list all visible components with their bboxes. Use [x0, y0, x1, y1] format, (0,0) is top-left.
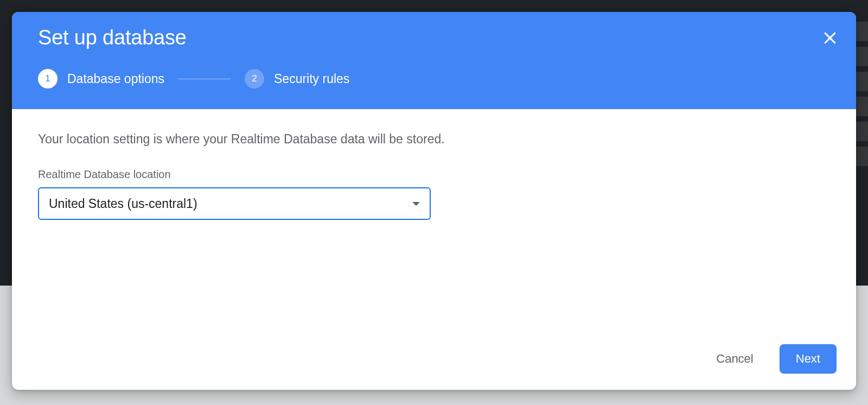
dialog-body: Your location setting is where your Real… — [12, 109, 856, 332]
stepper: 1 Database options 2 Security rules — [38, 69, 830, 88]
step-number-badge: 2 — [245, 69, 264, 88]
step-security-rules[interactable]: 2 Security rules — [245, 69, 349, 88]
dialog-header: Set up database 1 Database options 2 Sec… — [12, 12, 856, 109]
step-label: Security rules — [274, 72, 349, 86]
cancel-button[interactable]: Cancel — [705, 345, 764, 372]
step-number-badge: 1 — [38, 69, 58, 88]
next-button[interactable]: Next — [780, 344, 837, 374]
setup-database-dialog: Set up database 1 Database options 2 Sec… — [12, 12, 856, 390]
dialog-title: Set up database — [38, 26, 830, 49]
close-icon — [822, 30, 838, 46]
close-button[interactable] — [819, 27, 841, 49]
step-database-options[interactable]: 1 Database options — [38, 69, 164, 88]
step-label: Database options — [67, 72, 164, 86]
step-connector — [178, 79, 231, 79]
location-select[interactable]: United States (us-central1) — [38, 187, 431, 220]
dropdown-caret-icon — [412, 202, 420, 206]
intro-text: Your location setting is where your Real… — [38, 132, 830, 147]
location-select-value: United States (us-central1) — [49, 197, 197, 211]
location-field-label: Realtime Database location — [38, 168, 830, 181]
dialog-footer: Cancel Next — [12, 332, 856, 390]
